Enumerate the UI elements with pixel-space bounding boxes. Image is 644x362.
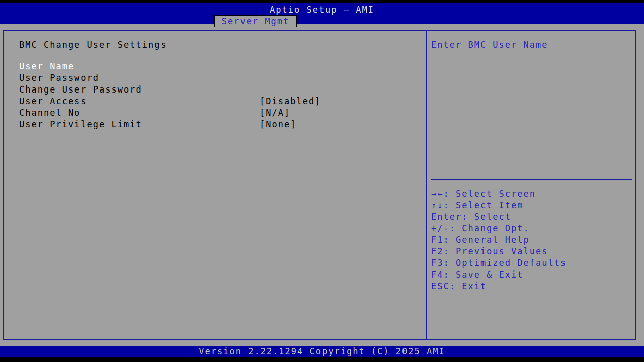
menu-item-user-access[interactable]: User Access [Disabled]: [4, 96, 426, 107]
key-enter-select: Enter: Select: [431, 211, 633, 223]
key-change-opt: +/-: Change Opt.: [431, 223, 633, 234]
tab-server-mgmt-label: Server Mgmt: [222, 16, 290, 26]
key-select-item: ↑↓: Select Item: [431, 200, 633, 211]
menu-item-label: User Password: [19, 72, 260, 84]
menu-item-label: Channel No: [19, 107, 260, 119]
menu-item-change-user-password[interactable]: Change User Password: [4, 84, 426, 96]
key-f4-save-exit: F4: Save & Exit: [431, 269, 633, 281]
menu-item-label: Change User Password: [19, 84, 260, 96]
tab-server-mgmt[interactable]: Server Mgmt: [214, 15, 297, 27]
key-f3-optimized-defaults: F3: Optimized Defaults: [431, 257, 633, 269]
bios-setup-screen: Aptio Setup – AMI Server Mgmt BMC Change…: [0, 0, 644, 362]
key-esc-exit: ESC: Exit: [431, 281, 633, 292]
settings-menu: User Name User Password Change User Pass…: [4, 61, 426, 130]
menu-item-label: User Name: [19, 61, 260, 72]
footer-bar: Version 2.22.1294 Copyright (C) 2025 AMI: [0, 346, 644, 357]
content-box: BMC Change User Settings User Name User …: [3, 30, 636, 340]
menu-item-value: [None]: [260, 119, 296, 130]
key-select-screen: →←: Select Screen: [431, 188, 633, 200]
menu-item-value: [N/A]: [260, 107, 290, 119]
menu-item-user-password[interactable]: User Password: [4, 72, 426, 84]
menu-item-user-name[interactable]: User Name: [4, 61, 426, 72]
header-bar: Aptio Setup – AMI: [0, 3, 644, 24]
page-title: Aptio Setup – AMI: [270, 5, 374, 15]
key-f1-general-help: F1: General Help: [431, 234, 633, 246]
menu-item-user-privilege-limit[interactable]: User Privilege Limit [None]: [4, 119, 426, 130]
menu-item-label: User Privilege Limit: [19, 119, 260, 130]
key-legend: →←: Select Screen ↑↓: Select Item Enter:…: [431, 188, 633, 292]
help-panel: Enter BMC User Name →←: Select Screen ↑↓…: [427, 31, 635, 339]
help-divider: [431, 179, 632, 180]
bottom-black-strip: [0, 357, 644, 362]
panel-title: BMC Change User Settings: [19, 40, 167, 50]
help-text: Enter BMC User Name: [431, 40, 632, 50]
menu-item-value: [Disabled]: [260, 96, 321, 107]
menu-item-channel-no[interactable]: Channel No [N/A]: [4, 107, 426, 119]
menu-item-label: User Access: [19, 96, 260, 107]
version-text: Version 2.22.1294 Copyright (C) 2025 AMI: [199, 346, 445, 356]
settings-panel: BMC Change User Settings User Name User …: [4, 31, 427, 339]
key-f2-previous-values: F2: Previous Values: [431, 246, 633, 257]
